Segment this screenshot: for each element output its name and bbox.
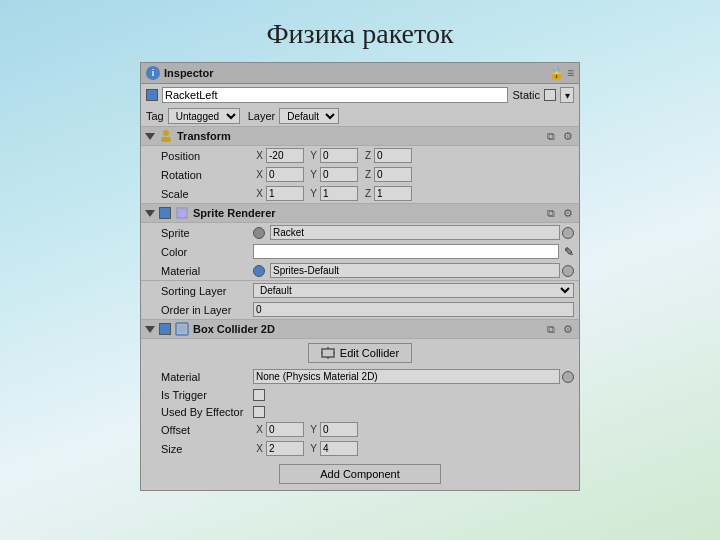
order-layer-label: Order in Layer (161, 304, 251, 316)
is-trigger-checkbox[interactable] (253, 389, 265, 401)
y-label: Y (307, 150, 317, 161)
ry-label: Y (307, 169, 317, 180)
object-name-row: Static ▾ (141, 84, 579, 106)
scale-z[interactable] (374, 186, 412, 201)
add-component-label: Add Component (320, 468, 400, 480)
static-label: Static (512, 89, 540, 101)
transform-title: Transform (177, 130, 540, 142)
is-trigger-row: Is Trigger (141, 386, 579, 403)
page-title: Физика ракеток (0, 0, 720, 62)
object-name-input[interactable] (162, 87, 508, 103)
box-collider-icon (175, 322, 189, 336)
svg-rect-5 (178, 325, 186, 333)
layer-label: Layer (248, 110, 276, 122)
position-z[interactable] (374, 148, 412, 163)
info-icon: i (146, 66, 160, 80)
bc-material-label: Material (161, 371, 251, 383)
sprite-renderer-header: Sprite Renderer ⧉ ⚙ (141, 203, 579, 223)
ox-label: X (253, 424, 263, 435)
pencil-icon[interactable]: ✎ (564, 245, 574, 259)
svg-point-0 (163, 130, 169, 136)
color-swatch[interactable] (253, 244, 559, 259)
position-row: Position X Y Z (141, 146, 579, 165)
sprite-row: Sprite (141, 223, 579, 242)
rz-label: Z (361, 169, 371, 180)
lock-icon[interactable]: 🔒 (549, 66, 564, 80)
bc-material-row: Material (141, 367, 579, 386)
scale-y[interactable] (320, 186, 358, 201)
edit-collider-row: Edit Collider (141, 339, 579, 367)
used-by-effector-label: Used By Effector (161, 406, 251, 418)
sprite-checkbox[interactable] (159, 207, 171, 219)
static-checkbox[interactable] (544, 89, 556, 101)
order-layer-input[interactable] (253, 302, 574, 317)
tag-label: Tag (146, 110, 164, 122)
edit-collider-label: Edit Collider (340, 347, 399, 359)
size-y[interactable] (320, 441, 358, 456)
position-x[interactable] (266, 148, 304, 163)
rotation-y[interactable] (320, 167, 358, 182)
add-component-button[interactable]: Add Component (279, 464, 441, 484)
person-icon (159, 129, 173, 143)
tag-layer-row: Tag Untagged Layer Default (141, 106, 579, 126)
offset-row: Offset X Y (141, 420, 579, 439)
static-dropdown-icon[interactable]: ▾ (560, 87, 574, 103)
rotation-z[interactable] (374, 167, 412, 182)
sorting-layer-row: Sorting Layer Default (141, 281, 579, 300)
gear-bc-icon[interactable]: ⚙ (561, 322, 575, 336)
position-y[interactable] (320, 148, 358, 163)
menu-icon[interactable]: ≡ (567, 66, 574, 80)
box-collider-header: Box Collider 2D ⧉ ⚙ (141, 319, 579, 339)
used-by-effector-row: Used By Effector (141, 403, 579, 420)
layer-select[interactable]: Default (279, 108, 339, 124)
rotation-row: Rotation X Y Z (141, 165, 579, 184)
triangle-sr-icon (145, 210, 155, 217)
edit-collider-button[interactable]: Edit Collider (308, 343, 412, 363)
scale-x[interactable] (266, 186, 304, 201)
offset-label: Offset (161, 424, 251, 436)
inspector-panel: i Inspector 🔒 ≡ Static ▾ Tag Untagged La… (140, 62, 580, 491)
offset-y[interactable] (320, 422, 358, 437)
copy-bc-icon[interactable]: ⧉ (544, 322, 558, 336)
order-layer-row: Order in Layer (141, 300, 579, 319)
is-trigger-label: Is Trigger (161, 389, 251, 401)
svg-rect-1 (161, 137, 171, 142)
sprite-renderer-icon (175, 206, 189, 220)
object-checkbox[interactable] (146, 89, 158, 101)
gear-sr-icon[interactable]: ⚙ (561, 206, 575, 220)
sorting-layer-select[interactable]: Default (253, 283, 574, 298)
copy-icon[interactable]: ⧉ (544, 129, 558, 143)
rotation-x[interactable] (266, 167, 304, 182)
material-input[interactable] (270, 263, 560, 278)
sx-size-label: X (253, 443, 263, 454)
rx-label: X (253, 169, 263, 180)
triangle-icon (145, 133, 155, 140)
offset-x[interactable] (266, 422, 304, 437)
sz-label: Z (361, 188, 371, 199)
collider-checkbox[interactable] (159, 323, 171, 335)
inspector-header: i Inspector 🔒 ≡ (141, 63, 579, 84)
size-label: Size (161, 443, 251, 455)
copy-sr-icon[interactable]: ⧉ (544, 206, 558, 220)
sx-label: X (253, 188, 263, 199)
edit-collider-icon (321, 346, 335, 360)
size-x[interactable] (266, 441, 304, 456)
tag-select[interactable]: Untagged (168, 108, 240, 124)
scale-label: Scale (161, 188, 251, 200)
bc-material-circle[interactable] (562, 371, 574, 383)
position-label: Position (161, 150, 251, 162)
material-row: Material (141, 261, 579, 280)
oy-label: Y (307, 424, 317, 435)
used-by-effector-checkbox[interactable] (253, 406, 265, 418)
gear-icon[interactable]: ⚙ (561, 129, 575, 143)
material-select-icon[interactable] (562, 265, 574, 277)
sy-size-label: Y (307, 443, 317, 454)
svg-rect-3 (178, 209, 186, 217)
racket-icon (253, 227, 265, 239)
sy-label: Y (307, 188, 317, 199)
x-label: X (253, 150, 263, 161)
bc-material-input[interactable] (253, 369, 560, 384)
material-label: Material (161, 265, 251, 277)
sprite-select-icon[interactable] (562, 227, 574, 239)
sprite-input[interactable] (270, 225, 560, 240)
